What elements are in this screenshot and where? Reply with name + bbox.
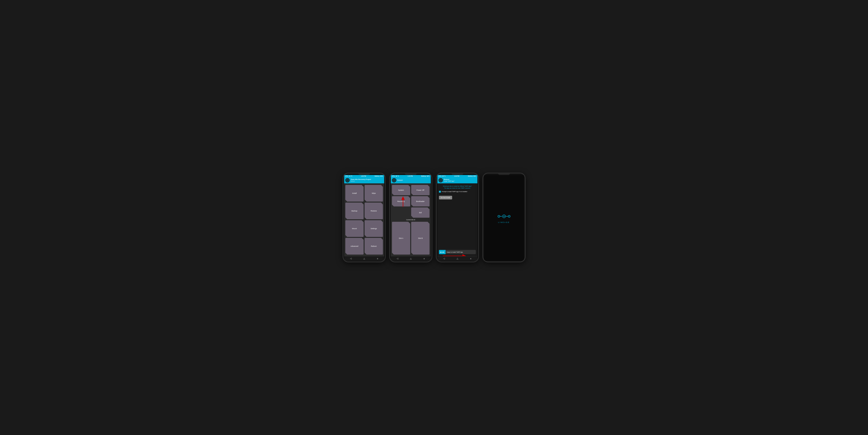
phone2-wrapper: CPU: 36 °C 1:23 PM Battery: 82% Reboot: [390, 173, 432, 262]
install-subtitle: Install TWRP App?: [444, 180, 455, 182]
reboot-header-title: Reboot: [397, 179, 403, 181]
phone3-app-header: Reboot Install TWRP App?: [437, 177, 477, 183]
phone2-nav-bar: ◁ △ ≡: [391, 256, 431, 261]
phone4: LINEAGE: [483, 173, 525, 262]
phones-container: CPU: 41 °C 1:20 PM Battery: 83% Team Win…: [343, 173, 525, 262]
phone2-app-header: Reboot: [391, 177, 431, 183]
lineage-screen: LINEAGE: [484, 175, 524, 261]
home-icon[interactable]: △: [410, 257, 411, 260]
backup-button[interactable]: Backup: [345, 203, 364, 219]
power-off-button[interactable]: Power Off: [411, 185, 430, 195]
battery: Battery: 82%: [468, 175, 476, 177]
slot-a-button[interactable]: Slot A: [392, 222, 410, 255]
time: 1:23 PM: [407, 175, 412, 177]
cpu-temp: CPU: 36 °C: [392, 175, 399, 177]
home-icon[interactable]: △: [457, 257, 458, 260]
twrp-logo: [392, 178, 396, 182]
phone2-status-bar: CPU: 36 °C 1:23 PM Battery: 82%: [391, 175, 431, 177]
menu-icon[interactable]: ≡: [424, 258, 425, 260]
phone2: CPU: 36 °C 1:23 PM Battery: 82% Reboot: [390, 173, 432, 262]
back-icon[interactable]: ◁: [443, 257, 445, 260]
twrp-logo: [439, 178, 443, 182]
lineage-logo-svg: [496, 212, 512, 220]
phone1-app-header: Team Win Recovery Project 3.3.1-2: [344, 177, 384, 183]
slot-text: Current Slot: B: [392, 219, 430, 221]
menu-icon[interactable]: ≡: [470, 258, 471, 260]
back-icon[interactable]: ◁: [350, 257, 351, 260]
phone3-screen: CPU: 36 °C 1:24 PM Battery: 82% Reboot I: [437, 175, 477, 261]
phone2-screen: CPU: 36 °C 1:23 PM Battery: 82% Reboot: [391, 175, 431, 261]
header-title: Team Win Recovery Project: [351, 178, 371, 180]
phone3-nav-bar: ◁ △ ≡: [437, 256, 477, 261]
swipe-arrow1: ▶: [440, 251, 441, 253]
checkbox-label: Prompt to install TWRP app if not instal…: [442, 191, 467, 192]
advanced-button[interactable]: Advanced: [345, 238, 364, 255]
swipe-bar[interactable]: ▶ ▶ ▶ Swipe to Install TWRP App: [439, 250, 476, 254]
reboot-title: Reboot: [444, 178, 455, 180]
phone1-screen: CPU: 41 °C 1:20 PM Battery: 83% Team Win…: [344, 175, 384, 261]
install-prompt: Would you like to install the Official T…: [439, 185, 476, 189]
system-button[interactable]: System ↑: [392, 185, 410, 195]
do-not-install-button[interactable]: Do Not Install: [439, 196, 452, 199]
cpu-temp: CPU: 41 °C: [345, 175, 352, 177]
time: 1:20 PM: [361, 175, 366, 177]
cpu-temp: CPU: 36 °C: [439, 175, 446, 177]
phone1-content: Install Wipe Backup Restore Mount Settin…: [344, 183, 384, 256]
back-icon[interactable]: ◁: [397, 257, 398, 260]
wipe-button[interactable]: Wipe: [365, 185, 383, 202]
time: 1:24 PM: [454, 175, 459, 177]
svg-point-11: [503, 216, 504, 217]
phone2-btn-grid: System ↑ Power Off Recovery Bootloader E…: [392, 185, 430, 218]
swipe-arrow3: ▶: [443, 251, 444, 253]
phone1: CPU: 41 °C 1:20 PM Battery: 83% Team Win…: [343, 173, 385, 262]
phone1-status-bar: CPU: 41 °C 1:20 PM Battery: 83%: [344, 175, 384, 177]
bootloader-button[interactable]: Bootloader: [411, 196, 430, 206]
battery: Battery: 82%: [421, 175, 429, 177]
twrp-logo: [345, 178, 350, 182]
header-subtitle: 3.3.1-2: [351, 180, 371, 182]
lineage-logo: LINEAGE: [496, 212, 512, 223]
settings-button[interactable]: Settings: [365, 220, 383, 237]
svg-point-14: [509, 216, 509, 217]
home-icon[interactable]: △: [363, 257, 365, 260]
phone3: CPU: 36 °C 1:24 PM Battery: 82% Reboot I: [436, 173, 479, 262]
battery: Battery: 83%: [375, 175, 383, 177]
phone2-content: System ↑ Power Off Recovery Bootloader E…: [391, 183, 431, 256]
swipe-arrows: ▶ ▶ ▶: [439, 250, 445, 254]
phone2-slot-grid: Slot A Slot B: [392, 222, 430, 255]
reboot-button[interactable]: Reboot ↓: [365, 238, 383, 255]
slot-b-button[interactable]: Slot B: [411, 222, 430, 255]
phone1-nav-bar: ◁ △ ≡: [344, 256, 384, 261]
menu-icon[interactable]: ≡: [377, 258, 378, 260]
checkbox-row: Prompt to install TWRP app if not instal…: [439, 191, 476, 193]
phone3-header-text: Reboot Install TWRP App?: [444, 178, 455, 182]
swipe-label: Swipe to Install TWRP App: [445, 252, 476, 253]
phone1-header-text: Team Win Recovery Project 3.3.1-2: [351, 178, 371, 182]
phone3-content: Would you like to install the Official T…: [437, 183, 477, 256]
phone4-screen: LINEAGE: [484, 175, 524, 261]
restore-button[interactable]: Restore: [365, 203, 383, 219]
swipe-arrow2: ▶: [442, 251, 443, 253]
checkbox[interactable]: [439, 191, 441, 193]
install-button[interactable]: Install: [345, 185, 364, 202]
recovery-button[interactable]: Recovery: [392, 196, 410, 206]
phone3-status-bar: CPU: 36 °C 1:24 PM Battery: 82%: [437, 175, 477, 177]
lineage-text: LINEAGE: [498, 222, 510, 223]
phone3-wrapper: CPU: 36 °C 1:24 PM Battery: 82% Reboot I: [436, 173, 479, 262]
phone4-wrapper: LINEAGE: [483, 173, 525, 262]
svg-point-8: [499, 216, 499, 217]
phone1-btn-grid: Install Wipe Backup Restore Mount Settin…: [345, 185, 383, 255]
mount-button[interactable]: Mount: [345, 220, 364, 237]
edl-button[interactable]: Edl: [411, 207, 430, 218]
phone1-wrapper: CPU: 41 °C 1:20 PM Battery: 83% Team Win…: [343, 173, 385, 262]
